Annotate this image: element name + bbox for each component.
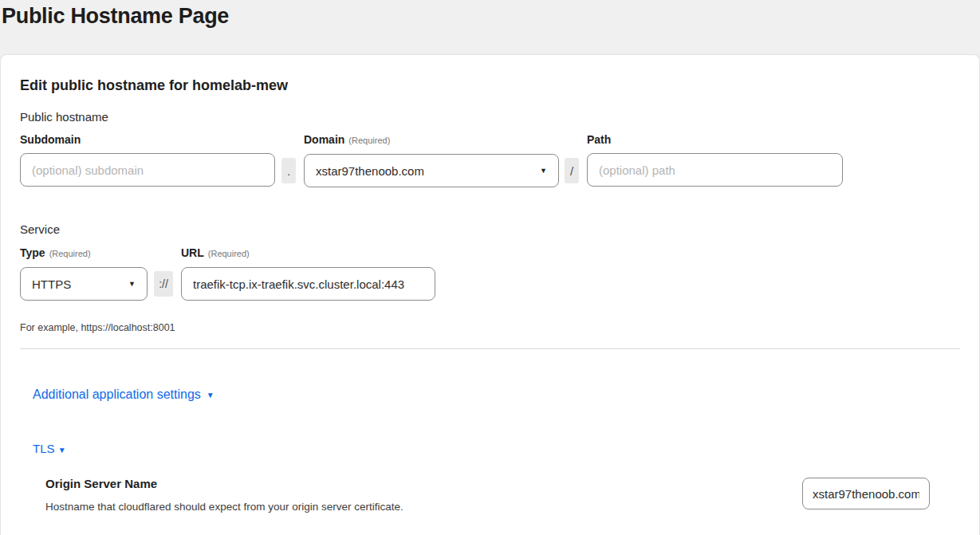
scheme-separator: :// [154, 271, 173, 297]
origin-server-name-row: Origin Server Name Hostname that cloudfl… [45, 478, 930, 513]
additional-application-settings-label: Additional application settings [33, 387, 201, 402]
domain-label-text: Domain [304, 133, 344, 146]
service-type-label-text: Type [20, 246, 45, 259]
origin-server-name-label: Origin Server Name [45, 478, 403, 490]
subdomain-label: Subdomain [20, 133, 275, 146]
public-hostname-card: Edit public hostname for homelab-mew Pub… [0, 54, 980, 535]
service-type-select-value: HTTPS [32, 277, 71, 291]
origin-server-name-text-block: Origin Server Name Hostname that cloudfl… [45, 478, 403, 513]
caret-down-icon: ▼ [58, 446, 66, 454]
domain-select[interactable]: xstar97thenoob.com ▼ [304, 154, 559, 187]
tls-section-toggle[interactable]: TLS ▼ [33, 442, 960, 455]
service-url-input[interactable] [181, 267, 435, 301]
service-type-label: Type(Required) [20, 246, 148, 260]
service-type-select[interactable]: HTTPS ▼ [20, 267, 148, 301]
subdomain-input[interactable] [20, 153, 275, 187]
service-field-row: Type(Required) HTTPS ▼ :// URL(Required) [20, 246, 960, 301]
origin-server-name-description: Hostname that cloudflared should expect … [45, 501, 403, 513]
public-hostname-section-label: Public hostname [20, 111, 960, 124]
path-input[interactable] [587, 153, 843, 187]
additional-application-settings-toggle[interactable]: Additional application settings ▼ [33, 387, 214, 402]
page-title: Public Hostname Page [0, 0, 980, 30]
service-url-label: URL(Required) [181, 246, 435, 260]
origin-server-name-input[interactable] [802, 478, 930, 509]
public-hostname-field-row: Subdomain . Domain(Required) xstar97then… [20, 133, 960, 187]
service-type-required-note: (Required) [49, 249, 91, 258]
subdomain-field-group: Subdomain [20, 133, 275, 187]
slash-separator: / [565, 158, 579, 183]
service-type-field-group: Type(Required) HTTPS ▼ [20, 246, 148, 301]
domain-field-group: Domain(Required) xstar97thenoob.com ▼ [304, 133, 559, 187]
dot-separator: . [281, 158, 296, 183]
service-section-label: Service [20, 223, 960, 236]
service-url-required-note: (Required) [208, 249, 250, 258]
section-divider [20, 348, 960, 349]
chevron-down-icon: ▼ [128, 280, 136, 288]
service-url-field-group: URL(Required) [181, 246, 435, 301]
domain-label: Domain(Required) [304, 133, 559, 147]
domain-select-value: xstar97thenoob.com [316, 164, 424, 178]
domain-required-note: (Required) [348, 136, 390, 145]
service-example-text: For example, https://localhost:8001 [20, 322, 960, 333]
tls-label: TLS [33, 442, 55, 455]
caret-down-icon: ▼ [207, 391, 214, 399]
edit-hostname-heading: Edit public hostname for homelab-mew [20, 77, 960, 93]
chevron-down-icon: ▼ [540, 167, 547, 175]
path-label: Path [587, 133, 843, 146]
service-url-label-text: URL [181, 246, 204, 259]
path-field-group: Path [587, 133, 843, 187]
